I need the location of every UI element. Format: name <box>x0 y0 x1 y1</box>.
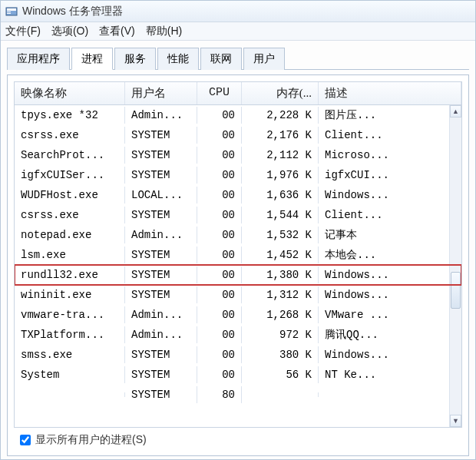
table-row[interactable]: csrss.exeSYSTEM001,544 KClient... <box>15 205 461 225</box>
table-body: tpys.exe *32Admin...002,228 K图片压...csrss… <box>15 105 461 427</box>
cell-description: 本地会... <box>319 246 461 264</box>
cell-cpu: 00 <box>197 127 242 144</box>
cell-description: 图片压... <box>319 106 461 124</box>
cell-image-name: WUDFHost.exe <box>15 187 125 204</box>
cell-image-name: tpys.exe *32 <box>15 107 125 124</box>
cell-user-name: Admin... <box>125 306 197 323</box>
cell-user-name: Admin... <box>125 326 197 343</box>
col-header-cpu[interactable]: CPU <box>197 82 242 104</box>
svg-rect-1 <box>7 8 16 11</box>
table-row[interactable]: tpys.exe *32Admin...002,228 K图片压... <box>15 105 461 125</box>
table-row[interactable]: vmware-tra...Admin...001,268 KVMware ... <box>15 305 461 325</box>
cell-description <box>319 392 461 397</box>
table-row[interactable]: SYSTEM80 <box>15 385 461 405</box>
table-row[interactable]: notepad.exeAdmin...001,532 K记事本 <box>15 225 461 245</box>
cell-cpu: 00 <box>197 227 242 243</box>
col-header-user-name[interactable]: 用户名 <box>125 82 197 104</box>
cell-memory: 2,112 K <box>242 147 319 164</box>
cell-description: 记事本 <box>319 226 461 244</box>
cell-memory: 1,544 K <box>242 207 319 223</box>
task-manager-window: Windows 任务管理器 文件(F) 选项(O) 查看(V) 帮助(H) 应用… <box>0 0 476 460</box>
table-row[interactable]: TXPlatform...Admin...00972 K腾讯QQ... <box>15 325 461 345</box>
svg-rect-3 <box>7 13 11 14</box>
cell-description: igfxCUI... <box>319 167 461 184</box>
cell-cpu: 00 <box>197 266 242 283</box>
cell-memory: 1,452 K <box>242 247 319 263</box>
table-row[interactable]: csrss.exeSYSTEM002,176 KClient... <box>15 125 461 145</box>
cell-memory: 2,176 K <box>242 127 319 144</box>
cell-cpu: 00 <box>197 247 242 263</box>
table-row[interactable]: wininit.exeSYSTEM001,312 KWindows... <box>15 285 461 305</box>
cell-memory: 1,636 K <box>242 187 319 204</box>
show-all-users-checkbox[interactable] <box>20 435 31 445</box>
cell-description: Windows... <box>319 346 461 363</box>
tab-networking[interactable]: 联网 <box>200 48 242 70</box>
cell-image-name <box>15 392 125 397</box>
cell-user-name: SYSTEM <box>125 247 197 263</box>
cell-image-name: wininit.exe <box>15 286 125 303</box>
panel-footer: 显示所有用户的进程(S) <box>14 428 462 449</box>
col-header-memory[interactable]: 内存(... <box>242 82 319 104</box>
cell-user-name: SYSTEM <box>125 386 197 403</box>
cell-cpu: 00 <box>197 346 242 363</box>
cell-memory: 1,268 K <box>242 306 319 323</box>
cell-memory: 1,312 K <box>242 286 319 303</box>
cell-image-name: notepad.exe <box>15 227 125 243</box>
titlebar[interactable]: Windows 任务管理器 <box>1 1 475 22</box>
menu-options[interactable]: 选项(O) <box>51 25 88 38</box>
app-icon <box>5 5 18 18</box>
cell-user-name: SYSTEM <box>125 346 197 363</box>
cell-description: Windows... <box>319 286 461 303</box>
cell-description: Windows... <box>319 187 461 204</box>
cell-cpu: 00 <box>197 366 242 383</box>
table-row[interactable]: igfxCUISer...SYSTEM001,976 KigfxCUI... <box>15 165 461 185</box>
cell-cpu: 00 <box>197 306 242 323</box>
cell-user-name: SYSTEM <box>125 286 197 303</box>
cell-cpu: 80 <box>197 386 242 403</box>
tab-performance[interactable]: 性能 <box>157 48 199 70</box>
window-title: Windows 任务管理器 <box>22 5 123 18</box>
content-area: 应用程序 进程 服务 性能 联网 用户 映像名称 用户名 CPU 内存(... … <box>1 41 475 459</box>
svg-rect-2 <box>7 12 11 12</box>
table-row[interactable]: SystemSYSTEM0056 KNT Ke... <box>15 365 461 385</box>
cell-description: Microso... <box>319 147 461 164</box>
menu-help[interactable]: 帮助(H) <box>146 25 182 38</box>
cell-user-name: SYSTEM <box>125 266 197 283</box>
tab-users[interactable]: 用户 <box>243 48 285 70</box>
tab-services[interactable]: 服务 <box>114 48 156 70</box>
cell-description: 腾讯QQ... <box>319 326 461 344</box>
table-row[interactable]: lsm.exeSYSTEM001,452 K本地会... <box>15 245 461 265</box>
table-row[interactable]: WUDFHost.exeLOCAL...001,636 KWindows... <box>15 185 461 205</box>
cell-memory: 1,532 K <box>242 227 319 243</box>
cell-memory: 972 K <box>242 326 319 343</box>
cell-memory: 380 K <box>242 346 319 363</box>
menu-view[interactable]: 查看(V) <box>99 25 135 38</box>
scroll-up-button[interactable]: ▲ <box>450 105 461 117</box>
cell-user-name: SYSTEM <box>125 127 197 144</box>
tab-processes[interactable]: 进程 <box>71 48 113 70</box>
cell-cpu: 00 <box>197 207 242 223</box>
cell-memory <box>242 392 319 397</box>
cell-image-name: csrss.exe <box>15 207 125 223</box>
cell-description: Windows... <box>319 266 461 283</box>
processes-panel: 映像名称 用户名 CPU 内存(... 描述 tpys.exe *32Admin… <box>7 74 469 456</box>
cell-user-name: SYSTEM <box>125 207 197 223</box>
cell-description: VMware ... <box>319 306 461 323</box>
tab-applications[interactable]: 应用程序 <box>7 48 70 70</box>
table-row[interactable]: SearchProt...SYSTEM002,112 KMicroso... <box>15 145 461 165</box>
menu-file[interactable]: 文件(F) <box>5 25 41 38</box>
col-header-description[interactable]: 描述 <box>319 82 461 104</box>
cell-cpu: 00 <box>197 147 242 164</box>
table-header: 映像名称 用户名 CPU 内存(... 描述 <box>15 82 461 105</box>
show-all-users-label[interactable]: 显示所有用户的进程(S) <box>35 433 147 447</box>
table-row[interactable]: smss.exeSYSTEM00380 KWindows... <box>15 345 461 365</box>
cell-cpu: 00 <box>197 326 242 343</box>
cell-user-name: Admin... <box>125 107 197 124</box>
menubar: 文件(F) 选项(O) 查看(V) 帮助(H) <box>1 22 475 41</box>
scroll-down-button[interactable]: ▼ <box>450 415 461 427</box>
cell-user-name: SYSTEM <box>125 366 197 383</box>
table-row[interactable]: rundll32.exeSYSTEM001,380 KWindows... <box>15 265 461 285</box>
col-header-image-name[interactable]: 映像名称 <box>15 82 125 104</box>
cell-cpu: 00 <box>197 167 242 184</box>
cell-image-name: vmware-tra... <box>15 306 125 323</box>
